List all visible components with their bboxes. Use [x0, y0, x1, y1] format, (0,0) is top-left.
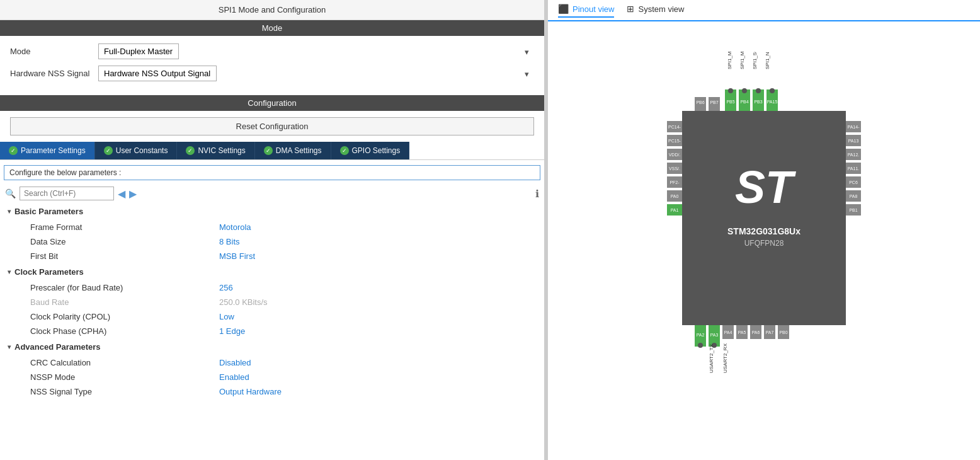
nav-prev-button[interactable]: ◀	[118, 188, 125, 200]
pin-marker-pb3	[756, 88, 761, 93]
tab-system-view[interactable]: ⊞ System view	[627, 4, 684, 16]
tabs-bar: ✓ Parameter Settings ✓ User Constants ✓ …	[0, 142, 544, 160]
param-value-baud-rate: 250.0 KBits/s	[219, 297, 268, 307]
group-advanced-parameters[interactable]: ▾ Advanced Parameters	[5, 338, 539, 355]
chip-view: SPI1_MOSI SPI1_MISO SPI1_SCK SPI1_NSS PB…	[548, 21, 980, 460]
pin-label-pa8: PA8	[850, 194, 858, 198]
tab-gpio-settings[interactable]: ✓ GPIO Settings	[331, 142, 410, 159]
param-nss-signal: NSS Signal Type Output Hardware	[5, 384, 539, 399]
pin-label-pb3: PB3	[754, 100, 762, 104]
reset-config-button[interactable]: Reset Configuration	[10, 117, 534, 135]
pin-label-pa1: PA1	[671, 208, 679, 212]
group-label-clock: Clock Parameters	[14, 267, 84, 277]
check-icon-gpio: ✓	[340, 146, 349, 155]
param-name-cpha: Clock Phase (CPHA)	[30, 326, 219, 336]
mode-select-wrapper: Full-Duplex Master	[98, 43, 534, 59]
param-value-data-size: 8 Bits	[219, 237, 240, 246]
chevron-basic: ▾	[8, 208, 11, 215]
signal-label-nss: SPI1_NSS	[765, 52, 770, 69]
tab-pinout-view[interactable]: ⬛ Pinout view	[558, 4, 614, 18]
param-name-nssp: NSSP Mode	[30, 372, 219, 382]
chevron-advanced: ▾	[8, 343, 11, 350]
param-value-crc: Disabled	[219, 358, 251, 367]
config-section-header: Configuration	[0, 95, 544, 111]
param-first-bit: First Bit MSB First	[5, 249, 539, 263]
pin-marker-pb4	[742, 88, 747, 93]
mode-label: Mode	[10, 47, 98, 56]
tab-label-pinout: Pinout view	[573, 4, 614, 14]
tab-user-constants[interactable]: ✓ User Constants	[95, 142, 178, 159]
param-name-first-bit: First Bit	[30, 251, 219, 261]
param-name-frame-format: Frame Format	[30, 222, 219, 232]
param-name-prescaler: Prescaler (for Baud Rate)	[30, 283, 219, 292]
pin-label-pc14: PC14-	[668, 125, 681, 129]
config-section: Configuration Reset Configuration ✓ Para…	[0, 95, 544, 399]
param-value-nss-signal: Output Hardware	[219, 387, 282, 396]
pin-label-pf2: PF2-	[669, 180, 680, 185]
pin-label-pb1: PB1	[849, 208, 857, 212]
configure-bar: Configure the below parameters :	[4, 165, 540, 180]
signal-label-mosi: SPI1_MOSI	[727, 52, 732, 69]
signal-label-usart2rx: USART2_RX	[722, 343, 728, 373]
check-icon-user: ✓	[104, 146, 113, 155]
chevron-clock: ▾	[8, 268, 11, 275]
param-baud-rate: Baud Rate 250.0 KBits/s	[5, 295, 539, 309]
pin-label-pa5: PA5	[738, 330, 746, 335]
search-icon: 🔍	[5, 188, 16, 198]
check-icon-param: ✓	[9, 146, 18, 155]
pin-label-pa7: PA7	[766, 330, 774, 335]
pin-label-vdd: VDD/.	[669, 152, 681, 157]
param-name-data-size: Data Size	[30, 237, 219, 246]
param-name-baud-rate: Baud Rate	[30, 297, 219, 307]
param-value-frame-format: Motorola	[219, 222, 251, 232]
nss-select[interactable]: Hardware NSS Output Signal	[98, 66, 217, 81]
pin-label-pa11: PA11.	[848, 166, 860, 171]
search-bar: 🔍 ◀ ▶ ℹ	[0, 184, 544, 203]
pin-label-pb4: PB4	[740, 100, 748, 104]
pin-marker-pb5	[728, 88, 733, 93]
param-name-crc: CRC Calculation	[30, 358, 219, 367]
pin-label-vss: VSS/.	[669, 166, 680, 171]
signal-label-usart2tx: USART2_TX	[709, 343, 714, 373]
pin-label-pa15: PA15	[767, 100, 778, 104]
pin-label-pc6: PC6	[849, 180, 858, 185]
param-name-nss-signal: NSS Signal Type	[30, 387, 219, 396]
check-icon-nvic: ✓	[186, 146, 195, 155]
tab-label-user-constants: User Constants	[116, 146, 168, 155]
chip-body	[682, 111, 846, 325]
pin-label-pc15: PC15-	[668, 139, 681, 143]
pin-label-pa3: PA3	[710, 333, 719, 337]
tab-parameter-settings[interactable]: ✓ Parameter Settings	[0, 142, 95, 159]
pin-marker-pa15	[770, 88, 775, 93]
tab-label-dma-settings: DMA Settings	[276, 146, 322, 155]
mode-select[interactable]: Full-Duplex Master	[98, 43, 179, 59]
param-value-first-bit: MSB First	[219, 251, 255, 261]
pin-label-pa0: PA0	[671, 194, 679, 198]
param-nssp: NSSP Mode Enabled	[5, 370, 539, 384]
view-tabs: ⬛ Pinout view ⊞ System view	[548, 0, 980, 21]
chip-model-text: STM32G031G8Ux	[727, 226, 801, 236]
param-crc: CRC Calculation Disabled	[5, 355, 539, 370]
signal-label-sck: SPI1_SCK	[752, 52, 758, 69]
pin-label-pa6: PA6	[752, 330, 760, 335]
pin-label-pa12: PA12.	[848, 152, 860, 157]
group-label-basic: Basic Parameters	[14, 207, 83, 216]
right-panel: ⬛ Pinout view ⊞ System view SPI1_MOSI SP…	[548, 0, 980, 460]
panel-title: SPI1 Mode and Configuration	[0, 0, 544, 20]
tab-dma-settings[interactable]: ✓ DMA Settings	[255, 142, 331, 159]
check-icon-dma: ✓	[264, 146, 273, 155]
chip-logo: ST	[735, 162, 797, 212]
chip-package-text: UFQFPN28	[744, 239, 784, 248]
group-clock-parameters[interactable]: ▾ Clock Parameters	[5, 263, 539, 280]
search-input[interactable]	[20, 187, 114, 200]
tab-label-gpio-settings: GPIO Settings	[352, 146, 401, 155]
group-basic-parameters[interactable]: ▾ Basic Parameters	[5, 203, 539, 220]
nss-row: Hardware NSS Signal Hardware NSS Output …	[10, 66, 534, 81]
nav-next-button[interactable]: ▶	[129, 188, 137, 200]
params-table: ▾ Basic Parameters Frame Format Motorola…	[0, 203, 544, 399]
mode-section-header: Mode	[0, 20, 544, 36]
signal-label-miso: SPI1_MISO	[739, 52, 745, 69]
pin-label-pb6: PB6	[696, 100, 704, 105]
tab-nvic-settings[interactable]: ✓ NVIC Settings	[177, 142, 254, 159]
param-frame-format: Frame Format Motorola	[5, 220, 539, 234]
